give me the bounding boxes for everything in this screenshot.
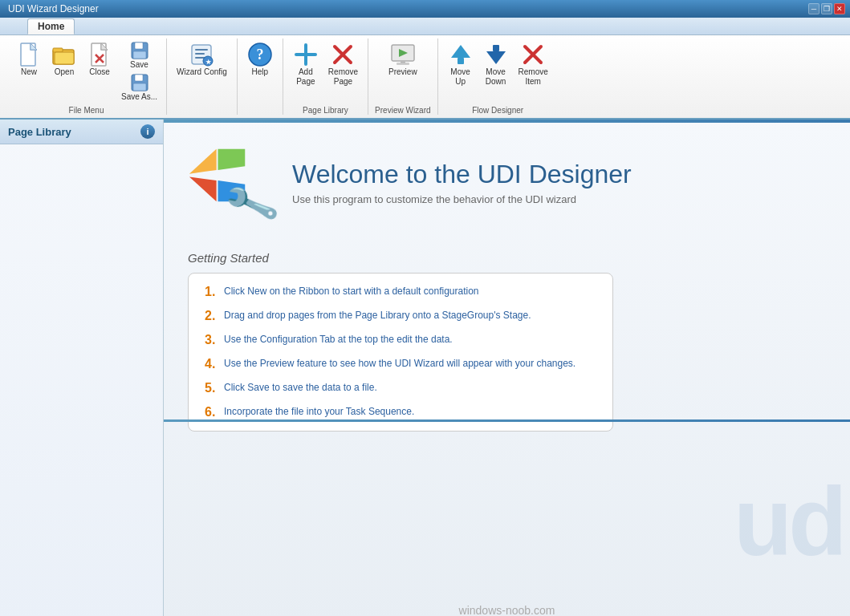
steps-box: 1. Click New on the Ribbon to start with… (188, 273, 613, 432)
save-label: Save (130, 60, 148, 70)
svg-rect-17 (135, 75, 143, 81)
svg-rect-34 (401, 61, 405, 63)
ribbon-content: New Open (0, 35, 850, 120)
new-button[interactable]: New (13, 40, 45, 79)
remove-item-button[interactable]: RemoveItem (515, 40, 551, 88)
wizard-buttons: ★ Wizard Config (173, 38, 230, 104)
add-page-button[interactable]: AddPage (290, 40, 322, 88)
wizard-config-icon: ★ (189, 42, 214, 67)
close-button[interactable]: ✕ (834, 3, 845, 14)
page-library-group-label: Page Library (303, 106, 348, 115)
tab-home[interactable]: Home (27, 18, 75, 34)
minimize-button[interactable]: ─ (808, 3, 819, 14)
open-label: Open (55, 67, 74, 77)
svg-rect-21 (195, 53, 205, 55)
sidebar-title: Page Library (8, 126, 71, 138)
step-3-text: Use the Configuration Tab at the top the… (224, 333, 453, 346)
save-as-label: Save As... (121, 92, 157, 102)
step-1-text: Click New on the Ribbon to start with a … (224, 285, 479, 298)
remove-page-label: RemovePage (328, 67, 358, 87)
ribbon-group-flow: MoveUp MoveDown RemoveIt (438, 38, 558, 115)
new-label: New (21, 67, 37, 77)
svg-rect-8 (55, 52, 74, 64)
help-icon: ? (247, 42, 273, 67)
sidebar: Page Library i (0, 120, 164, 616)
preview-label: Preview (388, 67, 417, 77)
ribbon-group-wizard: ★ Wizard Config x (167, 38, 238, 115)
welcome-title: Welcome to the UDI Designer (292, 160, 632, 188)
main-area: Page Library i (0, 120, 850, 616)
step-4: 4. Use the Preview feature to see how th… (205, 357, 596, 371)
save-button[interactable]: Save (119, 40, 160, 71)
add-page-icon (293, 42, 319, 67)
step-6-number: 6. (205, 405, 224, 419)
welcome-logo: 🔧 (188, 139, 276, 227)
svg-text:★: ★ (205, 59, 212, 66)
preview-button[interactable]: Preview (385, 40, 421, 79)
file-group-label: File Menu (69, 106, 104, 115)
content-area: 🔧 Welcome to the UDI Designer Use this p… (164, 120, 850, 616)
svg-rect-18 (133, 83, 146, 91)
save-as-button[interactable]: Save As... (119, 72, 160, 103)
sidebar-header: Page Library i (0, 120, 163, 144)
close-doc-icon (87, 42, 112, 67)
footer-text: windows-noob.com (459, 604, 555, 616)
step-3-number: 3. (205, 333, 224, 347)
watermark: udi (734, 466, 850, 577)
remove-page-button[interactable]: RemovePage (325, 40, 361, 88)
help-label: Help (252, 67, 269, 77)
help-button[interactable]: ? Help (244, 40, 276, 79)
move-up-label: MoveUp (450, 67, 470, 87)
move-up-icon (448, 42, 474, 67)
add-page-label: AddPage (296, 67, 315, 87)
svg-marker-37 (486, 51, 506, 64)
step-5-number: 5. (205, 381, 224, 395)
getting-started-section: Getting Started 1. Click New on the Ribb… (188, 251, 826, 432)
sidebar-content (0, 144, 163, 616)
step-4-number: 4. (205, 357, 224, 371)
step-2: 2. Drag and drop pages from the Page Lib… (205, 309, 596, 323)
window-controls: ─ ❐ ✕ (808, 3, 845, 14)
save-as-icon (130, 73, 149, 92)
step-1: 1. Click New on the Ribbon to start with… (205, 285, 596, 299)
open-button[interactable]: Open (48, 40, 80, 79)
close-label: Close (89, 67, 110, 77)
svg-rect-14 (135, 43, 143, 49)
wizard-config-button[interactable]: ★ Wizard Config (173, 40, 230, 79)
welcome-subtitle: Use this program to customize the behavi… (292, 193, 632, 205)
ribbon-group-preview: Preview Preview Wizard (368, 38, 437, 115)
preview-icon (390, 42, 416, 67)
step-5: 5. Click Save to save the data to a file… (205, 381, 596, 395)
step-5-text: Click Save to save the data to a file. (224, 381, 377, 395)
bottom-divider (164, 419, 850, 422)
title-text: UDI Wizard Designer (8, 3, 99, 14)
move-down-button[interactable]: MoveDown (480, 40, 512, 88)
step-3: 3. Use the Configuration Tab at the top … (205, 333, 596, 347)
wizard-config-label: Wizard Config (177, 67, 227, 77)
close-button-ribbon[interactable]: Close (83, 40, 116, 79)
step-2-text: Drag and drop pages from the Page Librar… (224, 309, 531, 322)
preview-group-label: Preview Wizard (375, 106, 430, 115)
svg-rect-36 (458, 58, 464, 64)
info-icon[interactable]: i (140, 124, 155, 139)
move-up-button[interactable]: MoveUp (445, 40, 477, 88)
step-6-text: Incorporate the file into your Task Sequ… (224, 405, 414, 419)
ribbon-tabs: Home (0, 18, 850, 35)
step-2-number: 2. (205, 309, 224, 323)
move-down-icon (483, 42, 509, 67)
step-4-text: Use the Preview feature to see how the U… (224, 357, 575, 371)
ribbon-group-file: New Open (6, 38, 167, 115)
welcome-title-area: Welcome to the UDI Designer Use this pro… (292, 160, 632, 205)
svg-rect-15 (133, 51, 146, 59)
title-bar: UDI Wizard Designer ─ ❐ ✕ (0, 0, 850, 18)
restore-button[interactable]: ❐ (821, 3, 832, 14)
welcome-panel: 🔧 Welcome to the UDI Designer Use this p… (164, 123, 850, 616)
welcome-header: 🔧 Welcome to the UDI Designer Use this p… (188, 139, 826, 227)
svg-rect-7 (53, 48, 63, 52)
file-buttons: New Open (13, 38, 160, 104)
flow-group-label: Flow Designer (472, 106, 523, 115)
open-icon (51, 42, 77, 67)
save-icon (130, 41, 149, 60)
ribbon-group-help: ? Help x (238, 38, 283, 115)
svg-text:?: ? (256, 47, 263, 63)
